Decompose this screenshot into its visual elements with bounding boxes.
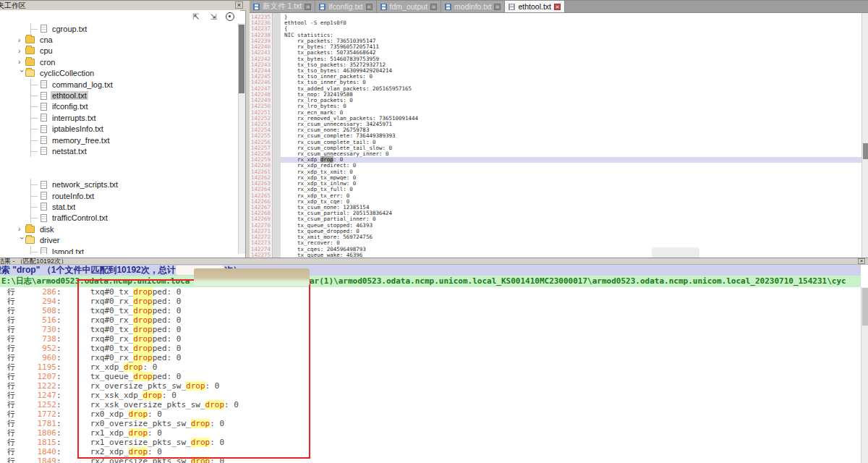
tab-ifconfig-txt[interactable]: ifconfig.txt× bbox=[315, 1, 376, 12]
tree-item-disk[interactable]: ›disk bbox=[0, 224, 237, 234]
redaction-box bbox=[652, 247, 699, 258]
result-line-number: 1772 bbox=[19, 409, 56, 419]
tree-item-label: routeInfo.txt bbox=[51, 192, 95, 200]
results-scrollbar-thumb[interactable] bbox=[862, 288, 868, 326]
tree-item-lsmod-txt[interactable]: lsmod.txt bbox=[0, 246, 237, 254]
folder-icon bbox=[25, 237, 35, 244]
folder-icon bbox=[25, 47, 35, 54]
tree-item-iptablesInfo-txt[interactable]: iptablesInfo.txt bbox=[0, 124, 237, 135]
tree-item-stat-txt[interactable]: stat.txt bbox=[0, 201, 237, 212]
editor-line[interactable]: 142275 tx_queue_wake: 46396 bbox=[250, 252, 861, 258]
tree-scrollbar[interactable] bbox=[238, 23, 245, 254]
tab-ethtool-txt[interactable]: ethtool.txt× bbox=[505, 1, 565, 12]
tab-close-icon[interactable]: × bbox=[494, 4, 501, 10]
expand-all-icon[interactable]: ⇱ bbox=[191, 12, 201, 21]
tree-item-label: cpu bbox=[38, 46, 54, 55]
file-icon bbox=[41, 92, 47, 100]
tree-connector bbox=[30, 246, 41, 254]
row-label: 行 bbox=[7, 419, 19, 428]
editor-line[interactable]: 142272 tx_xmit_more: 569724756 bbox=[250, 234, 861, 240]
file-icon bbox=[41, 25, 47, 33]
line-text: rx_csum_unnecessary_inner: 0 bbox=[281, 151, 861, 157]
floppy-save-icon bbox=[253, 4, 260, 10]
tree-item-label: ifconfig.txt bbox=[51, 102, 90, 111]
tree-item-ethtool-txt[interactable]: ethtool.txt bbox=[0, 90, 237, 101]
line-text: tx_queue_stopped: 46393 bbox=[281, 223, 861, 229]
result-line-number: 1806 bbox=[19, 428, 56, 438]
tab-close-icon[interactable]: × bbox=[366, 4, 373, 10]
expand-arrow-icon[interactable]: › bbox=[18, 237, 26, 244]
workspace-close-icon[interactable]: × bbox=[235, 1, 243, 9]
tree-item-driver[interactable]: ›driver bbox=[0, 234, 237, 245]
file-icon bbox=[41, 247, 47, 254]
editor-line[interactable]: 142237{ bbox=[250, 26, 861, 32]
tree-item-label: trafficControl.txt bbox=[51, 213, 109, 222]
tab-close-icon[interactable]: × bbox=[554, 4, 561, 10]
tree-item-netstat-txt[interactable]: netstat.txt bbox=[0, 145, 237, 156]
row-label: 行 bbox=[7, 372, 19, 381]
search-summary-row[interactable]: 搜索 "drop" （1个文件中匹配到10192次，总计 次） bbox=[0, 265, 861, 276]
tree-item-memory_free-txt[interactable]: memory_free.txt bbox=[0, 135, 237, 145]
tree-item-trafficControl-txt[interactable]: trafficControl.txt bbox=[0, 213, 237, 224]
row-label: 行 bbox=[7, 447, 19, 456]
row-label: 行 bbox=[7, 428, 19, 438]
tree-item-label: lsmod.txt bbox=[51, 247, 85, 255]
tree-item-cyclicCollection[interactable]: ›cyclicCollection bbox=[0, 68, 237, 79]
tree-connector bbox=[30, 124, 41, 135]
tree-item-ifconfig-txt[interactable]: ifconfig.txt bbox=[0, 101, 237, 112]
editor-lines[interactable]: 142235}142236ethtool -S enp1s0f0142237{1… bbox=[250, 14, 861, 258]
red-annotation-rectangle bbox=[77, 279, 310, 459]
result-line-number: 1247 bbox=[19, 391, 56, 400]
tree-item-cpu[interactable]: ›cpu bbox=[0, 46, 237, 56]
tree-item-command_log-txt[interactable]: command_log.txt bbox=[0, 79, 237, 90]
tab-modinfo-txt[interactable]: modinfo.txt× bbox=[441, 1, 505, 12]
tab-fdm_output[interactable]: fdm_output× bbox=[377, 1, 442, 12]
results-scrollbar[interactable] bbox=[861, 287, 868, 463]
editor-scrollbar-thumb[interactable] bbox=[863, 143, 868, 159]
collapse-all-icon[interactable]: ⇲ bbox=[208, 12, 218, 21]
line-text: rx_lro_bytes: 0 bbox=[281, 103, 861, 109]
row-label: 行 bbox=[7, 400, 19, 409]
tree-item-network_scripts-txt[interactable]: network_scripts.txt bbox=[0, 179, 237, 190]
editor-area[interactable]: 142235}142236ethtool -S enp1s0f0142237{1… bbox=[250, 13, 861, 258]
line-text: ethtool -S enp1s0f0 bbox=[281, 20, 861, 26]
line-text: rx_xdp_tx_err: 0 bbox=[281, 193, 861, 199]
tree-item-cna[interactable]: ›cna bbox=[0, 34, 237, 45]
tree-gap bbox=[0, 168, 237, 179]
editor-line[interactable]: 142236ethtool -S enp1s0f0 bbox=[250, 20, 861, 26]
results-title-bar: 结果 - （匹配10192次） bbox=[0, 258, 868, 265]
result-line-number: 1849 bbox=[19, 456, 56, 463]
tab-close-icon[interactable]: × bbox=[430, 4, 437, 10]
tree-connector bbox=[30, 213, 41, 224]
line-text: tx_cqes: 204596498793 bbox=[281, 247, 861, 252]
row-label: 行 bbox=[7, 391, 19, 400]
tab-close-icon[interactable]: × bbox=[305, 4, 311, 10]
floppy-save-icon bbox=[509, 4, 515, 10]
locate-file-icon[interactable] bbox=[226, 12, 234, 21]
file-icon bbox=[41, 214, 47, 222]
tab-label: fdm_output bbox=[390, 2, 428, 11]
row-label: 行 bbox=[7, 297, 19, 306]
editor-scrollbar[interactable] bbox=[861, 13, 868, 258]
expand-arrow-icon[interactable]: › bbox=[18, 36, 25, 44]
tree-gap bbox=[0, 157, 237, 168]
tree-connector bbox=[30, 145, 41, 156]
result-line-number: 516 bbox=[19, 315, 56, 325]
tree-item-interrupts-txt[interactable]: interrupts.txt bbox=[0, 112, 237, 123]
expand-arrow-icon[interactable]: › bbox=[18, 58, 25, 66]
tree-connector bbox=[30, 112, 41, 123]
tree-scrollbar-thumb[interactable] bbox=[239, 25, 244, 93]
results-close-icon[interactable]: × bbox=[858, 258, 865, 264]
tree-item-cron[interactable]: ›cron bbox=[0, 56, 237, 67]
file-tree[interactable]: cgroup.txt›cna›cpu›cron›cyclicCollection… bbox=[0, 23, 237, 254]
expand-arrow-icon[interactable]: › bbox=[18, 47, 25, 55]
line-text: tx_added_vlan_packets: 205165957165 bbox=[281, 86, 861, 92]
expand-arrow-icon[interactable]: › bbox=[18, 225, 25, 233]
tree-item-cgroup-txt[interactable]: cgroup.txt bbox=[0, 23, 237, 34]
tree-connector bbox=[30, 79, 41, 90]
row-label: 行 bbox=[7, 438, 19, 447]
tab--1-txt[interactable]: 新文件 1.txt× bbox=[250, 1, 315, 12]
expand-arrow-icon[interactable]: › bbox=[18, 69, 26, 77]
tree-item-label: command_log.txt bbox=[51, 80, 114, 89]
tree-item-routeInfo-txt[interactable]: routeInfo.txt bbox=[0, 190, 237, 201]
